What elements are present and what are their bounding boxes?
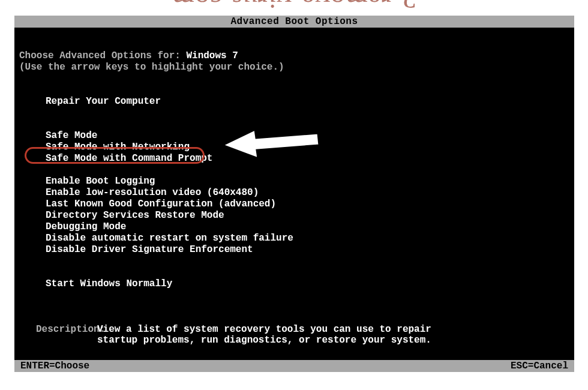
os-name: Windows 7 (186, 50, 238, 61)
option-ds-restore[interactable]: Directory Services Restore Mode (14, 210, 574, 221)
option-safe-mode-cmd[interactable]: Safe Mode with Command Prompt (14, 153, 574, 164)
footer-enter: ENTER=Choose (20, 361, 89, 371)
option-disable-driver-sig[interactable]: Disable Driver Signature Enforcement (14, 244, 574, 256)
content-area: Choose Advanced Options for: Windows 7 (… (14, 28, 574, 346)
option-last-known-good[interactable]: Last Known Good Configuration (advanced) (14, 199, 574, 210)
option-start-normally[interactable]: Start Windows Normally (14, 278, 574, 290)
option-low-res-video[interactable]: Enable low-resolution video (640x480) (14, 187, 574, 199)
watermark-text: 2-remove-virus.com (172, 0, 417, 15)
description-row: Description: View a list of system recov… (14, 324, 574, 335)
description-label: Description: (19, 324, 97, 335)
description-text-2: startup problems, run diagnostics, or re… (97, 335, 431, 346)
option-safe-mode[interactable]: Safe Mode (14, 130, 574, 142)
option-safe-mode-networking[interactable]: Safe Mode with Networking (14, 142, 574, 153)
option-debugging[interactable]: Debugging Mode (14, 221, 574, 233)
option-disable-auto-restart[interactable]: Disable automatic restart on system fail… (14, 233, 574, 244)
description-text-1: View a list of system recovery tools you… (97, 324, 431, 335)
boot-screen: Advanced Boot Options Choose Advanced Op… (14, 16, 574, 372)
title-bar: Advanced Boot Options (14, 16, 574, 28)
option-repair-computer[interactable]: Repair Your Computer (14, 96, 574, 107)
choose-line: Choose Advanced Options for: Windows 7 (14, 50, 574, 62)
option-boot-logging[interactable]: Enable Boot Logging (14, 176, 574, 187)
hint-line: (Use the arrow keys to highlight your ch… (14, 62, 574, 73)
footer-esc: ESC=Cancel (511, 361, 568, 371)
footer-bar: ENTER=Choose ESC=Cancel (14, 360, 574, 372)
